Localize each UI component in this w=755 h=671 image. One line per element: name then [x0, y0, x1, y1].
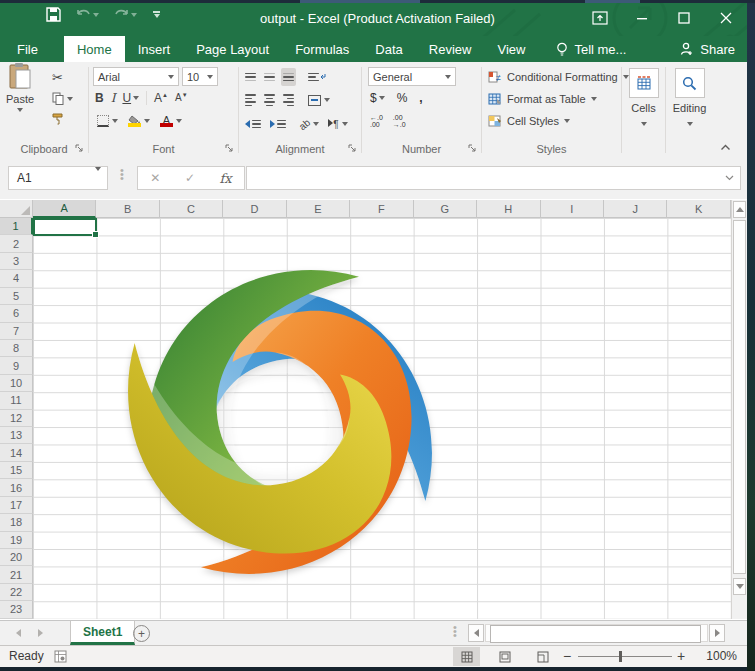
- text-direction-button[interactable]: ¶: [326, 115, 349, 133]
- font-size-select[interactable]: 10: [182, 67, 218, 86]
- zoom-level[interactable]: 100%: [706, 649, 737, 663]
- row-header[interactable]: 20: [0, 549, 33, 566]
- accounting-format-button[interactable]: $: [370, 91, 385, 105]
- tab-insert[interactable]: Insert: [125, 36, 184, 62]
- row-header[interactable]: 16: [0, 479, 33, 496]
- increase-indent-button[interactable]: [268, 115, 288, 133]
- row-header[interactable]: 18: [0, 514, 33, 531]
- share-button[interactable]: Share: [674, 36, 741, 62]
- row-header[interactable]: 13: [0, 427, 33, 444]
- paste-dropdown[interactable]: [17, 108, 23, 112]
- tabbar-grip[interactable]: •••: [453, 625, 457, 637]
- zoom-slider-track[interactable]: [578, 656, 672, 657]
- row-header[interactable]: 2: [0, 235, 33, 252]
- column-header[interactable]: H: [477, 200, 540, 218]
- row-header[interactable]: 6: [0, 305, 33, 322]
- editing-button[interactable]: Editing: [666, 62, 713, 126]
- macro-record-icon[interactable]: [54, 650, 67, 663]
- column-header[interactable]: D: [223, 200, 286, 218]
- center-button[interactable]: [262, 91, 277, 109]
- column-header[interactable]: B: [96, 200, 159, 218]
- close-button[interactable]: [709, 3, 743, 33]
- row-header[interactable]: 15: [0, 462, 33, 479]
- column-header[interactable]: E: [287, 200, 350, 218]
- top-align-button[interactable]: [243, 68, 258, 86]
- row-header[interactable]: 14: [0, 444, 33, 461]
- tab-home[interactable]: Home: [64, 36, 125, 62]
- column-header[interactable]: I: [541, 200, 604, 218]
- tell-me-box[interactable]: Tell me...: [546, 36, 636, 62]
- undo-button[interactable]: [76, 8, 99, 21]
- merge-center-button[interactable]: [306, 91, 332, 109]
- scroll-down-button[interactable]: [733, 578, 746, 595]
- vertical-scrollbar[interactable]: [731, 200, 747, 619]
- logo-image[interactable]: [121, 264, 439, 580]
- comma-style-button[interactable]: ,: [419, 91, 422, 105]
- row-header[interactable]: 1: [0, 218, 33, 235]
- row-header[interactable]: 8: [0, 340, 33, 357]
- column-header[interactable]: C: [160, 200, 223, 218]
- row-header[interactable]: 11: [0, 392, 33, 409]
- tab-data[interactable]: Data: [362, 36, 415, 62]
- zoom-slider-thumb[interactable]: [619, 651, 622, 662]
- cancel-icon[interactable]: ✕: [150, 171, 160, 185]
- number-format-select[interactable]: General: [368, 67, 456, 86]
- name-box-dropdown[interactable]: [95, 167, 101, 185]
- tab-view[interactable]: View: [484, 36, 538, 62]
- font-dialog-launcher[interactable]: [225, 144, 234, 153]
- normal-view-button[interactable]: [453, 647, 480, 666]
- cells-button[interactable]: Cells: [622, 62, 665, 126]
- column-header[interactable]: F: [350, 200, 413, 218]
- underline-button[interactable]: U: [122, 91, 139, 105]
- customize-qat-button[interactable]: [152, 11, 160, 18]
- scroll-left-button[interactable]: [468, 624, 484, 642]
- shrink-font-button[interactable]: A▼: [175, 92, 188, 103]
- row-header[interactable]: 3: [0, 253, 33, 270]
- select-all-corner[interactable]: [0, 200, 33, 218]
- vertical-scroll-thumb[interactable]: [733, 220, 746, 574]
- collapse-ribbon-icon[interactable]: [720, 144, 731, 151]
- scroll-right-button[interactable]: [709, 624, 725, 642]
- next-sheet-button[interactable]: [38, 629, 43, 637]
- column-header[interactable]: A: [33, 200, 96, 218]
- italic-button[interactable]: I: [111, 91, 116, 105]
- selected-cell-a1[interactable]: [33, 218, 97, 236]
- bold-button[interactable]: B: [95, 91, 104, 105]
- bottom-align-button[interactable]: [281, 68, 296, 86]
- tab-review[interactable]: Review: [416, 36, 485, 62]
- formula-input[interactable]: [246, 166, 741, 190]
- clipboard-dialog-launcher[interactable]: [75, 144, 84, 153]
- grow-font-button[interactable]: A▲: [154, 91, 168, 105]
- horizontal-scrollbar[interactable]: [468, 624, 725, 642]
- horizontal-scroll-thumb[interactable]: [490, 625, 701, 643]
- zoom-in-button[interactable]: +: [677, 648, 685, 664]
- save-icon[interactable]: [46, 7, 61, 22]
- wrap-text-button[interactable]: [306, 68, 328, 86]
- minimize-button[interactable]: [625, 3, 659, 33]
- cell-styles-button[interactable]: Cell Styles: [488, 110, 629, 132]
- format-as-table-button[interactable]: Format as Table: [488, 88, 629, 110]
- cut-button[interactable]: ✂: [52, 70, 73, 85]
- conditional-formatting-button[interactable]: ≠ Conditional Formatting: [488, 66, 629, 88]
- middle-align-button[interactable]: [262, 68, 277, 86]
- enter-icon[interactable]: ✓: [185, 171, 195, 185]
- percent-style-button[interactable]: %: [397, 91, 408, 105]
- zoom-out-button[interactable]: −: [563, 648, 571, 664]
- redo-button[interactable]: [114, 8, 137, 21]
- column-header[interactable]: K: [667, 200, 730, 218]
- number-dialog-launcher[interactable]: [468, 144, 477, 153]
- name-box[interactable]: A1: [8, 166, 108, 190]
- row-header[interactable]: 22: [0, 584, 33, 601]
- fill-color-button[interactable]: [128, 115, 150, 127]
- new-sheet-button[interactable]: +: [133, 625, 150, 642]
- page-layout-view-button[interactable]: [491, 647, 518, 666]
- cells-area[interactable]: [33, 218, 731, 619]
- align-left-button[interactable]: [243, 91, 258, 109]
- fill-handle[interactable]: [92, 231, 99, 238]
- font-color-button[interactable]: A: [160, 115, 182, 127]
- row-header[interactable]: 10: [0, 375, 33, 392]
- row-header[interactable]: 23: [0, 601, 33, 618]
- ribbon-display-options-button[interactable]: [583, 3, 617, 33]
- font-family-select[interactable]: Arial: [93, 67, 179, 86]
- sheet-tab-sheet1[interactable]: Sheet1: [70, 621, 135, 645]
